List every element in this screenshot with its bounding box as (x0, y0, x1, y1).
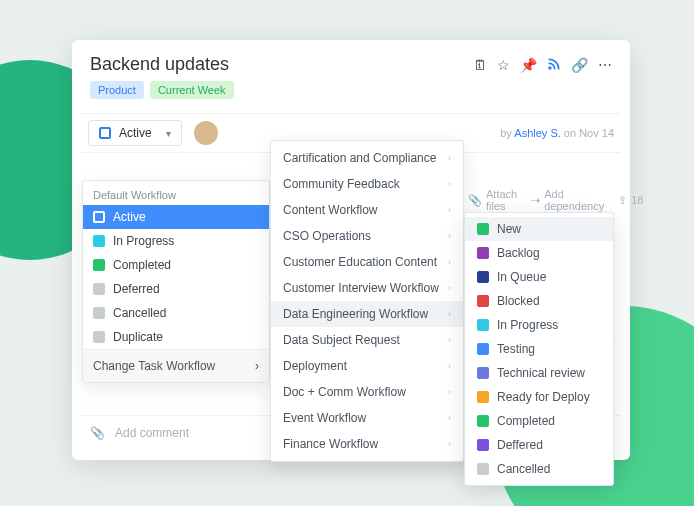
workflow-menu-item[interactable]: Cartification and Compliance› (271, 145, 463, 171)
workflow-menu-label: Doc + Comm Workflow (283, 385, 406, 399)
status-menu-label: New (497, 222, 521, 236)
workflow-menu-item[interactable]: Community Feedback› (271, 171, 463, 197)
author-avatar[interactable] (194, 121, 218, 145)
status-item-label: Duplicate (113, 330, 163, 344)
status-menu-item[interactable]: Backlog (465, 241, 613, 265)
status-label: Active (119, 126, 152, 140)
status-menu-item[interactable]: New (465, 217, 613, 241)
status-menu-item[interactable]: Blocked (465, 289, 613, 313)
chevron-right-icon: › (448, 413, 451, 423)
status-swatch-icon (93, 259, 105, 271)
byline-author[interactable]: Ashley S. (514, 127, 560, 139)
status-item-label: Completed (113, 258, 171, 272)
status-menu-item[interactable]: Testing (465, 337, 613, 361)
status-menu-label: Deffered (497, 438, 543, 452)
status-dropdown[interactable]: Active ▾ (88, 120, 182, 146)
workflow-status-panel: Default Workflow ActiveIn ProgressComple… (82, 180, 270, 383)
more-icon[interactable]: ⋯ (598, 58, 612, 72)
header-actions: 🗓 ☆ 📌 🔗 ⋯ (473, 57, 612, 73)
chevron-right-icon: › (448, 179, 451, 189)
share-button[interactable]: ⇪ 18 (618, 194, 643, 207)
tag-current-week[interactable]: Current Week (150, 81, 234, 99)
workflow-menu-item[interactable]: Customer Interview Workflow› (271, 275, 463, 301)
status-swatch-icon (93, 283, 105, 295)
attach-label: Attach files (486, 188, 517, 212)
status-swatch-icon (477, 223, 489, 235)
status-menu-label: In Progress (497, 318, 558, 332)
workflow-menu-item[interactable]: Event Workflow› (271, 405, 463, 431)
status-swatch-icon (93, 307, 105, 319)
chevron-down-icon: ▾ (166, 128, 171, 139)
attach-files-button[interactable]: 📎 Attach files (468, 188, 517, 212)
status-swatch-icon (477, 343, 489, 355)
workflow-menu-label: Deployment (283, 359, 347, 373)
status-menu-item[interactable]: Cancelled (465, 457, 613, 481)
task-card: Backend updates 🗓 ☆ 📌 🔗 ⋯ Product Curren… (72, 40, 630, 460)
chevron-right-icon: › (448, 283, 451, 293)
status-swatch-icon (477, 439, 489, 451)
chevron-right-icon: › (448, 361, 451, 371)
byline-prefix: by (500, 127, 514, 139)
workflow-heading: Default Workflow (83, 181, 269, 205)
status-menu-item[interactable]: In Queue (465, 265, 613, 289)
workflow-menu-item[interactable]: CSO Operations› (271, 223, 463, 249)
status-swatch-icon (477, 247, 489, 259)
paperclip-icon: 📎 (468, 194, 482, 207)
status-item-label: In Progress (113, 234, 174, 248)
status-menu-label: Cancelled (497, 462, 550, 476)
status-menu-label: Backlog (497, 246, 540, 260)
workflow-menu-label: Customer Education Content (283, 255, 437, 269)
workflow-menu-item[interactable]: Deployment› (271, 353, 463, 379)
status-swatch-icon (477, 319, 489, 331)
dependency-icon: ⇢ (531, 194, 540, 207)
add-dependency-button[interactable]: ⇢ Add dependency (531, 188, 604, 212)
status-swatch-icon (477, 295, 489, 307)
workflow-menu-label: Finance Workflow (283, 437, 378, 451)
byline: by Ashley S. on Nov 14 (500, 127, 614, 139)
tag-product[interactable]: Product (90, 81, 144, 99)
link-icon[interactable]: 🔗 (571, 58, 588, 72)
rss-icon[interactable] (547, 57, 561, 73)
workflow-menu-item[interactable]: Data Subject Request› (271, 327, 463, 353)
workflow-status-item[interactable]: Deferred (83, 277, 269, 301)
dependency-label: Add dependency (544, 188, 604, 212)
status-menu-label: In Queue (497, 270, 546, 284)
workflow-menu-label: Cartification and Compliance (283, 151, 436, 165)
status-swatch-icon (93, 331, 105, 343)
svg-point-0 (549, 67, 551, 69)
workflow-menu-label: Data Engineering Workflow (283, 307, 428, 321)
star-icon[interactable]: ☆ (497, 58, 510, 72)
comment-input[interactable]: Add comment (115, 426, 189, 440)
status-menu-item[interactable]: Ready for Deploy (465, 385, 613, 409)
workflow-menu-item[interactable]: Finance Workflow› (271, 431, 463, 457)
status-swatch-icon (477, 463, 489, 475)
workflow-menu-label: Event Workflow (283, 411, 366, 425)
workflow-menu-label: Community Feedback (283, 177, 400, 191)
status-menu-item[interactable]: Completed (465, 409, 613, 433)
workflow-status-item[interactable]: In Progress (83, 229, 269, 253)
status-swatch-icon (477, 271, 489, 283)
workflow-status-item[interactable]: Cancelled (83, 301, 269, 325)
status-swatch-icon (477, 415, 489, 427)
status-swatch-icon (477, 367, 489, 379)
workflow-menu-item[interactable]: Doc + Comm Workflow› (271, 379, 463, 405)
calendar-icon[interactable]: 🗓 (473, 58, 487, 72)
share-count: 18 (631, 194, 643, 206)
workflow-menu-item[interactable]: Content Workflow› (271, 197, 463, 223)
status-menu-label: Ready for Deploy (497, 390, 590, 404)
status-menu-item[interactable]: In Progress (465, 313, 613, 337)
pin-icon[interactable]: 📌 (520, 58, 537, 72)
workflow-menu-item[interactable]: Data Engineering Workflow› (271, 301, 463, 327)
page-title: Backend updates (90, 54, 229, 75)
change-workflow-button[interactable]: Change Task Workflow › (83, 349, 269, 382)
workflow-statuses-menu: NewBacklogIn QueueBlockedIn ProgressTest… (464, 212, 614, 486)
status-menu-item[interactable]: Deffered (465, 433, 613, 457)
workflow-menu-item[interactable]: Customer Education Content› (271, 249, 463, 275)
paperclip-icon[interactable]: 📎 (90, 426, 105, 440)
status-menu-item[interactable]: Technical review (465, 361, 613, 385)
workflow-status-item[interactable]: Duplicate (83, 325, 269, 349)
workflow-status-item[interactable]: Active (83, 205, 269, 229)
status-item-label: Active (113, 210, 146, 224)
workflow-status-item[interactable]: Completed (83, 253, 269, 277)
chevron-right-icon: › (448, 231, 451, 241)
